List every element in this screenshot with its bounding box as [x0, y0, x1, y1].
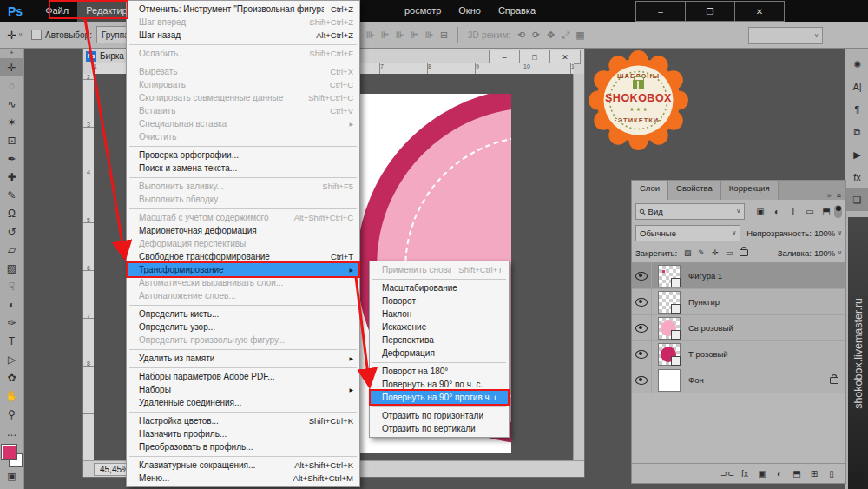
layer-row[interactable]: Св розовый: [632, 315, 845, 341]
menu-item[interactable]: Поиск и замена текста... ▶: [127, 162, 359, 175]
eyedropper-tool[interactable]: ✒: [0, 149, 23, 168]
visibility-toggle[interactable]: [632, 367, 652, 393]
doc-close-button[interactable]: ✕: [549, 50, 581, 64]
visibility-toggle[interactable]: [632, 263, 652, 288]
fill-value[interactable]: 100% ∨: [814, 248, 842, 258]
menu-item[interactable]: Меню... Alt+Shift+Ctrl+M ▶: [127, 472, 359, 485]
menu-item[interactable]: Автоматически выравнивать слои... ▶: [127, 276, 359, 289]
menu-item[interactable]: Перспектива ▶: [370, 334, 509, 347]
visibility-toggle[interactable]: [632, 289, 652, 314]
menu-item[interactable]: Определить кисть... ▶: [127, 307, 359, 320]
panel-tab[interactable]: Слои: [632, 181, 668, 200]
more-tools-button[interactable]: …: [0, 423, 23, 441]
menu-item[interactable]: Повернуть на 90° по ч. с. ▶: [370, 378, 509, 391]
layer-row[interactable]: Фон: [632, 367, 845, 393]
filter-toggle[interactable]: [834, 205, 842, 218]
menu-item[interactable]: Отразить по горизонтали ▶: [370, 409, 509, 422]
lock-artboard-icon[interactable]: ▭: [722, 248, 736, 257]
menu-item[interactable]: Наборы ▶: [127, 383, 359, 396]
clone-stamp-tool[interactable]: Ω: [0, 204, 23, 222]
menu-item[interactable]: Преобразовать в профиль... ▶: [127, 440, 359, 453]
zoom-tool[interactable]: ⚲: [0, 405, 23, 423]
menu-item[interactable]: Отразить по вертикали ▶: [370, 422, 509, 435]
lasso-tool[interactable]: ∿: [0, 95, 23, 113]
filter-smart-icon[interactable]: ⬒: [818, 207, 834, 216]
layer-row[interactable]: Т розовый: [632, 341, 845, 367]
opacity-value[interactable]: 100% ∨: [814, 228, 842, 238]
history-brush-tool[interactable]: ↺: [0, 222, 23, 241]
lock-position-icon[interactable]: ✛: [708, 248, 722, 257]
menu-item[interactable]: Специальная вставка ▶: [127, 117, 359, 130]
lock-pixels-icon[interactable]: ✎: [694, 248, 708, 257]
magic-wand-tool[interactable]: ✶: [0, 113, 23, 131]
menu-item[interactable]: Удалить из памяти ▶: [127, 352, 359, 365]
move-tool[interactable]: ✛: [0, 58, 23, 76]
filter-adjustment-icon[interactable]: ◐: [768, 207, 785, 216]
menu-item[interactable]: Назначить профиль... ▶: [127, 427, 359, 440]
layer-row[interactable]: Фигура 1: [632, 263, 845, 289]
menu-item[interactable]: Клавиатурные сокращения... Alt+Shift+Ctr…: [127, 459, 359, 472]
visibility-toggle[interactable]: [632, 315, 652, 340]
styles-panel-icon[interactable]: fx: [845, 166, 868, 188]
menu-item[interactable]: Наклон ▶: [370, 307, 509, 320]
menu-item[interactable]: Копировать Ctrl+C ▶: [127, 78, 359, 91]
lock-all-icon[interactable]: [740, 249, 748, 256]
panel-tab[interactable]: Коррекция: [721, 181, 779, 200]
3d-mode-icon[interactable]: ⟲: [514, 30, 529, 41]
crop-tool[interactable]: ⊡: [0, 131, 23, 149]
menubar-item[interactable]: Окно: [450, 0, 490, 22]
menu-item[interactable]: Масштаб с учетом содержимого Alt+Shift+C…: [127, 211, 359, 224]
brush-tool[interactable]: ✎: [0, 186, 23, 204]
menu-item[interactable]: Свободное трансформирование Ctrl+T ▶: [127, 250, 359, 263]
menu-item[interactable]: Вставить Ctrl+V ▶: [127, 104, 359, 117]
menu-item[interactable]: Определить узор... ▶: [127, 320, 359, 334]
3d-mode-icon[interactable]: ⤢: [558, 30, 573, 41]
quick-mask-icon[interactable]: ▣: [7, 471, 16, 482]
menu-item[interactable]: Трансформирование ▶: [127, 263, 359, 276]
menu-item[interactable]: Повернуть на 90° против ч. с. ▶: [370, 391, 509, 404]
menu-item[interactable]: Наборы параметров Adobe PDF... ▶: [127, 370, 359, 383]
blend-mode-dropdown[interactable]: Обычные ∨: [635, 225, 740, 241]
filter-shape-icon[interactable]: ▭: [801, 207, 818, 216]
layer-filter-dropdown[interactable]: ⚲Вид ∨: [635, 203, 745, 220]
gradient-tool[interactable]: ▨: [0, 259, 23, 277]
menu-item[interactable]: Искажение ▶: [370, 320, 509, 334]
menu-item[interactable]: Шаг вперед Shift+Ctrl+Z ▶: [127, 16, 359, 29]
layer-row[interactable]: Пунктир: [632, 289, 845, 315]
menu-item[interactable]: Ослабить... Shift+Ctrl+F ▶: [127, 47, 359, 60]
align-icon[interactable]: ⊞: [437, 30, 451, 41]
doc-maximize-button[interactable]: □: [519, 50, 550, 64]
menu-item[interactable]: Вырезать Ctrl+X ▶: [127, 65, 359, 78]
adjustments-panel-icon[interactable]: ✺: [845, 53, 868, 76]
marquee-tool[interactable]: ◌: [0, 76, 23, 95]
actions-panel-icon[interactable]: ▶: [845, 143, 868, 166]
align-icon[interactable]: ⊪: [392, 30, 407, 41]
restore-button[interactable]: ❐: [685, 1, 735, 22]
menu-item[interactable]: Настройка цветов... Shift+Ctrl+K ▶: [127, 414, 359, 427]
menubar-item[interactable]: Файл: [36, 0, 77, 22]
menubar-item[interactable]: росмотр: [396, 0, 450, 22]
filter-type-icon[interactable]: T: [785, 207, 801, 216]
smudge-tool[interactable]: ☟: [0, 277, 23, 295]
align-icon[interactable]: ⊫: [407, 30, 422, 41]
menubar-item[interactable]: Справка: [490, 0, 544, 22]
menu-item[interactable]: Поворот ▶: [370, 294, 509, 307]
lock-transparency-icon[interactable]: ▨: [681, 248, 694, 257]
minimize-button[interactable]: –: [635, 1, 686, 22]
shape-tool[interactable]: ✿: [0, 368, 23, 387]
menu-item[interactable]: Деформация перспективы ▶: [127, 237, 359, 250]
filter-pixel-icon[interactable]: ▣: [752, 207, 768, 216]
menu-item[interactable]: Выполнить обводку... ▶: [127, 193, 359, 206]
menu-item[interactable]: Отменить: Инструмент "Произвольная фигур…: [127, 3, 359, 16]
dodge-tool[interactable]: ◐: [0, 295, 23, 314]
3d-mode-icon[interactable]: ⟳: [529, 30, 543, 41]
chevron-down-icon[interactable]: ∨: [18, 31, 23, 38]
add-mask-icon[interactable]: ▣: [753, 469, 771, 479]
menu-item[interactable]: Определить произвольную фигуру... ▶: [127, 334, 359, 347]
align-icon[interactable]: ⊪: [422, 30, 437, 41]
menu-item[interactable]: Деформация ▶: [370, 347, 509, 360]
delete-layer-icon[interactable]: ▯: [823, 469, 840, 479]
clone-source-panel-icon[interactable]: ⧉: [845, 121, 868, 143]
menu-item[interactable]: Поворот на 180° ▶: [370, 365, 509, 378]
link-layers-icon[interactable]: ⊃⊂: [719, 469, 736, 479]
